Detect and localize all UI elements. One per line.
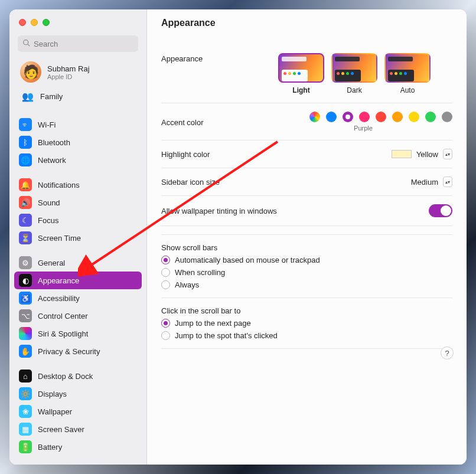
svg-line-1	[28, 44, 30, 46]
sidebar-item-bluetooth[interactable]: ᛒBluetooth	[14, 133, 142, 151]
appearance-options: Light Dark Auto	[278, 53, 452, 94]
radio-label: Jump to the spot that's clicked	[175, 331, 278, 340]
user-name: Subham Raj	[47, 64, 90, 73]
sidebar-item-family[interactable]: 👥 Family	[17, 87, 139, 105]
appearance-section: Appearance Light Dark Auto	[161, 45, 452, 103]
sidebar-item-label: Notifications	[38, 181, 80, 189]
sidebar-item-network[interactable]: 🌐Network	[14, 151, 142, 169]
radio-icon	[161, 268, 170, 277]
page-title: Appearance	[161, 18, 452, 28]
hourglass-icon: ⏳	[19, 231, 32, 244]
radio-label: When scrolling	[175, 268, 225, 277]
network-icon: 🌐	[19, 153, 32, 166]
sidebar-item-label: Appearance	[38, 276, 79, 285]
sidebar-item-label: Wallpaper	[38, 407, 72, 416]
accent-color[interactable]	[392, 112, 403, 122]
desktop-icon: ⌂	[19, 370, 32, 383]
sidebar-size-row: Sidebar icon size Medium ▴▾	[161, 168, 452, 196]
radio-option[interactable]: When scrolling	[161, 268, 452, 277]
click-section: Click in the scroll bar to Jump to the n…	[161, 298, 452, 349]
sidebar-item-desktop[interactable]: ⌂Desktop & Dock	[14, 367, 142, 385]
apple-id-row[interactable]: 🧑 Subham Raj Apple ID	[17, 59, 139, 85]
radio-label: Always	[175, 280, 199, 289]
theme-caption: Light	[292, 86, 309, 94]
bluetooth-icon: ᛒ	[19, 136, 32, 149]
sidebar-item-sound[interactable]: 🔊Sound	[14, 194, 142, 211]
accent-color[interactable]	[309, 112, 320, 122]
accessibility-icon: ♿	[19, 292, 32, 305]
accent-color[interactable]	[409, 112, 419, 122]
sidebar-item-notifications[interactable]: 🔔Notifications	[14, 176, 142, 194]
sidebar-item-general[interactable]: ⚙General	[14, 254, 142, 272]
window-controls	[9, 9, 146, 35]
sidebar-item-label: Screen Saver	[38, 425, 84, 434]
sidebar-item-label: Bluetooth	[38, 138, 70, 147]
theme-thumb	[384, 53, 431, 83]
sidebar-item-screensaver[interactable]: ▦Screen Saver	[14, 420, 142, 438]
highlight-swatch	[392, 150, 412, 158]
highlight-value: Yellow	[416, 150, 438, 159]
sidebar-item-appearance[interactable]: ◐Appearance	[14, 272, 142, 289]
close-window-button[interactable]	[19, 19, 26, 26]
theme-thumb	[278, 53, 324, 83]
stepper-icon: ▴▾	[443, 176, 452, 187]
sidebar-item-controlcenter[interactable]: ⌥Control Center	[14, 307, 142, 325]
tinting-label: Allow wallpaper tinting in windows	[161, 207, 277, 215]
theme-thumb	[331, 53, 377, 83]
sidebar-item-wifi[interactable]: ᯤWi-Fi	[14, 116, 142, 133]
accent-selected-label: Purple	[354, 125, 373, 132]
radio-option[interactable]: Automatically based on mouse or trackpad	[161, 256, 452, 264]
moon-icon: ☾	[19, 214, 32, 227]
highlight-select[interactable]: Yellow ▴▾	[392, 149, 452, 159]
gear-icon: ⚙	[19, 256, 32, 269]
theme-caption: Dark	[347, 86, 361, 94]
appearance-icon: ◐	[19, 274, 32, 287]
appearance-option-auto[interactable]: Auto	[384, 53, 431, 94]
sidebar-item-label: Battery	[38, 443, 62, 452]
sidebar-item-screentime[interactable]: ⏳Screen Time	[14, 229, 142, 247]
search-field[interactable]	[18, 35, 138, 52]
accent-color[interactable]	[326, 112, 337, 122]
sidebar-item-battery[interactable]: 🔋Battery	[14, 438, 142, 456]
sidebar-item-label: Desktop & Dock	[38, 372, 93, 381]
tinting-switch[interactable]	[429, 204, 452, 217]
toggles-icon: ⌥	[19, 309, 32, 322]
highlight-row: Highlight color Yellow ▴▾	[161, 140, 452, 168]
appearance-option-dark[interactable]: Dark	[331, 53, 377, 94]
sidebar-item-displays[interactable]: 🔆Displays	[14, 385, 142, 403]
siri-icon	[19, 327, 32, 340]
radio-option[interactable]: Jump to the spot that's clicked	[161, 331, 452, 340]
accent-color[interactable]	[442, 112, 452, 122]
brightness-icon: 🔆	[19, 387, 32, 400]
scrollbars-heading: Show scroll bars	[161, 243, 452, 252]
zoom-window-button[interactable]	[43, 19, 50, 26]
sidebar-item-label: Accessibility	[38, 294, 80, 303]
scrollbars-section: Show scroll bars Automatically based on …	[161, 234, 452, 298]
radio-icon	[161, 331, 170, 340]
accent-color[interactable]	[343, 112, 353, 122]
accent-color[interactable]	[425, 112, 436, 122]
radio-option[interactable]: Always	[161, 280, 452, 289]
accent-color[interactable]	[359, 112, 370, 122]
minimize-window-button[interactable]	[31, 19, 38, 26]
radio-option[interactable]: Jump to the next page	[161, 319, 452, 328]
appearance-label: Appearance	[161, 53, 268, 63]
sidebar-item-wallpaper[interactable]: ❀Wallpaper	[14, 403, 142, 420]
stepper-icon: ▴▾	[443, 149, 452, 159]
sidebar-item-label: Family	[40, 92, 63, 101]
radio-label: Jump to the next page	[175, 319, 251, 328]
sidebar-size-select[interactable]: Medium ▴▾	[411, 176, 452, 187]
sidebar-item-label: Displays	[38, 390, 67, 398]
hand-icon: ✋	[19, 345, 32, 358]
accent-color[interactable]	[376, 112, 386, 122]
sidebar-item-accessibility[interactable]: ♿Accessibility	[14, 289, 142, 307]
sidebar-item-focus[interactable]: ☾Focus	[14, 211, 142, 229]
radio-icon	[161, 280, 170, 289]
search-input[interactable]	[34, 40, 133, 48]
appearance-option-light[interactable]: Light	[278, 53, 324, 94]
sidebar-item-privacy[interactable]: ✋Privacy & Security	[14, 342, 142, 360]
help-button[interactable]: ?	[441, 346, 454, 359]
sidebar-item-siri[interactable]: Siri & Spotlight	[14, 325, 142, 342]
accent-section: Accent color Purple	[161, 103, 452, 140]
sidebar-item-label: Focus	[38, 216, 58, 225]
